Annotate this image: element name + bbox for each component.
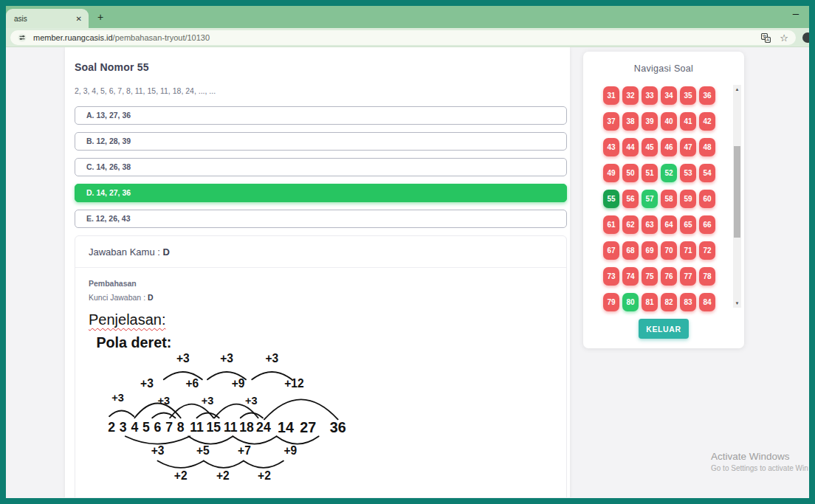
your-answer-value: D xyxy=(162,246,169,258)
nav-question-83[interactable]: 83 xyxy=(680,293,696,311)
option-c[interactable]: C. 14, 26, 38 xyxy=(75,158,567,176)
svg-text:7: 7 xyxy=(165,420,173,435)
question-text: 2, 3, 4, 5, 6, 7, 8, 11, 15, 11, 18, 24,… xyxy=(75,86,567,95)
nav-question-47[interactable]: 47 xyxy=(680,138,696,156)
option-d[interactable]: D. 14, 27, 36 xyxy=(75,184,567,202)
nav-question-77[interactable]: 77 xyxy=(680,267,696,286)
nav-question-51[interactable]: 51 xyxy=(642,164,658,182)
nav-question-35[interactable]: 35 xyxy=(680,86,696,105)
navigation-scrollbar[interactable]: ▲ ▼ xyxy=(733,85,741,308)
explanation-heading: Penjelasan: xyxy=(89,311,166,328)
question-navigation-panel: Navigasi Soal 31323334353637383940414243… xyxy=(583,52,744,348)
nav-question-40[interactable]: 40 xyxy=(661,112,677,131)
svg-text:+3: +3 xyxy=(111,392,124,404)
nav-question-52[interactable]: 52 xyxy=(661,164,677,182)
nav-question-57[interactable]: 57 xyxy=(642,190,658,208)
svg-text:+9: +9 xyxy=(283,444,297,457)
nav-question-75[interactable]: 75 xyxy=(642,267,658,286)
close-tab-icon[interactable]: ✕ xyxy=(76,15,82,23)
scroll-down-icon[interactable]: ▼ xyxy=(733,301,741,305)
svg-text:+6: +6 xyxy=(185,377,199,390)
nav-question-76[interactable]: 76 xyxy=(661,267,677,286)
svg-text:+5: +5 xyxy=(196,444,210,457)
nav-question-32[interactable]: 32 xyxy=(622,86,639,105)
nav-question-79[interactable]: 79 xyxy=(603,293,619,311)
nav-question-46[interactable]: 46 xyxy=(661,138,677,156)
nav-question-74[interactable]: 74 xyxy=(622,267,639,286)
nav-question-84[interactable]: 84 xyxy=(699,293,715,311)
svg-text:+3: +3 xyxy=(140,377,154,390)
screenshot-frame: asis ✕ + – member.ruangcasis.id/pemba xyxy=(0,0,815,504)
address-bar-row: member.ruangcasis.id/pembahasan-tryout/1… xyxy=(6,28,809,47)
watermark-line1: Activate Windows xyxy=(711,451,808,462)
minimize-window-icon[interactable]: – xyxy=(793,7,799,19)
option-e[interactable]: E. 12, 26, 43 xyxy=(75,210,567,228)
url-text[interactable]: member.ruangcasis.id/pembahasan-tryout/1… xyxy=(33,33,210,42)
nav-question-60[interactable]: 60 xyxy=(699,190,715,208)
svg-text:+3: +3 xyxy=(151,444,165,457)
nav-question-33[interactable]: 33 xyxy=(642,86,658,105)
profile-avatar-icon[interactable] xyxy=(802,32,809,43)
nav-question-54[interactable]: 54 xyxy=(699,164,715,182)
nav-question-81[interactable]: 81 xyxy=(642,293,658,311)
question-number-heading: Soal Nomor 55 xyxy=(75,61,567,73)
browser-tab[interactable]: asis ✕ xyxy=(6,9,89,28)
nav-question-37[interactable]: 37 xyxy=(603,112,619,131)
answer-key-row: Kunci Jawaban : D xyxy=(89,293,553,302)
svg-text:+3: +3 xyxy=(220,352,233,365)
new-tab-icon[interactable]: + xyxy=(97,11,103,23)
translate-icon[interactable]: 文 A xyxy=(761,33,771,43)
nav-question-48[interactable]: 48 xyxy=(699,138,715,156)
nav-question-65[interactable]: 65 xyxy=(680,215,696,234)
nav-question-38[interactable]: 38 xyxy=(622,112,639,131)
nav-question-43[interactable]: 43 xyxy=(603,138,619,156)
nav-question-36[interactable]: 36 xyxy=(699,86,715,105)
svg-text:+7: +7 xyxy=(238,444,251,457)
address-bar[interactable]: member.ruangcasis.id/pembahasan-tryout/1… xyxy=(10,30,796,45)
nav-question-78[interactable]: 78 xyxy=(699,267,715,286)
your-answer-label: Jawaban Kamu : xyxy=(89,246,162,258)
nav-question-70[interactable]: 70 xyxy=(661,241,677,260)
site-settings-icon[interactable] xyxy=(18,33,27,42)
nav-question-62[interactable]: 62 xyxy=(622,215,639,234)
nav-question-68[interactable]: 68 xyxy=(622,241,639,260)
discussion-body: Pembahasan Kunci Jawaban : D Penjelasan:… xyxy=(75,268,566,491)
nav-question-44[interactable]: 44 xyxy=(622,138,639,156)
exit-button[interactable]: KELUAR xyxy=(639,319,689,339)
svg-text:6: 6 xyxy=(154,420,162,435)
nav-question-50[interactable]: 50 xyxy=(622,164,639,182)
nav-question-34[interactable]: 34 xyxy=(661,86,677,105)
svg-text:14: 14 xyxy=(278,419,294,435)
nav-question-67[interactable]: 67 xyxy=(603,241,619,260)
nav-question-73[interactable]: 73 xyxy=(603,267,619,286)
nav-question-72[interactable]: 72 xyxy=(699,241,715,260)
answer-key-value: D xyxy=(148,293,154,302)
nav-question-39[interactable]: 39 xyxy=(642,112,658,131)
nav-question-69[interactable]: 69 xyxy=(642,241,658,260)
nav-question-59[interactable]: 59 xyxy=(680,190,696,208)
scrollbar-thumb[interactable] xyxy=(734,146,740,238)
nav-question-64[interactable]: 64 xyxy=(661,215,677,234)
nav-question-53[interactable]: 53 xyxy=(680,164,696,182)
nav-question-41[interactable]: 41 xyxy=(680,112,696,131)
nav-question-82[interactable]: 82 xyxy=(661,293,677,311)
nav-question-42[interactable]: 42 xyxy=(699,112,715,131)
scroll-up-icon[interactable]: ▲ xyxy=(733,87,741,92)
nav-question-80[interactable]: 80 xyxy=(622,293,639,311)
nav-question-63[interactable]: 63 xyxy=(642,215,658,234)
nav-question-66[interactable]: 66 xyxy=(699,215,715,234)
option-a[interactable]: A. 13, 27, 36 xyxy=(75,106,567,125)
nav-question-49[interactable]: 49 xyxy=(603,164,619,182)
answer-options: A. 13, 27, 36 B. 12, 28, 39 C. 14, 26, 3… xyxy=(75,106,567,228)
nav-question-71[interactable]: 71 xyxy=(680,241,696,260)
svg-text:8: 8 xyxy=(177,420,185,435)
nav-question-31[interactable]: 31 xyxy=(603,86,619,105)
option-b[interactable]: B. 12, 28, 39 xyxy=(75,132,567,151)
nav-question-55[interactable]: 55 xyxy=(603,190,619,208)
nav-question-56[interactable]: 56 xyxy=(622,190,639,208)
svg-text:A: A xyxy=(766,38,769,42)
bookmark-star-icon[interactable]: ☆ xyxy=(780,33,788,43)
nav-question-45[interactable]: 45 xyxy=(642,138,658,156)
nav-question-58[interactable]: 58 xyxy=(661,190,677,208)
nav-question-61[interactable]: 61 xyxy=(603,215,619,234)
